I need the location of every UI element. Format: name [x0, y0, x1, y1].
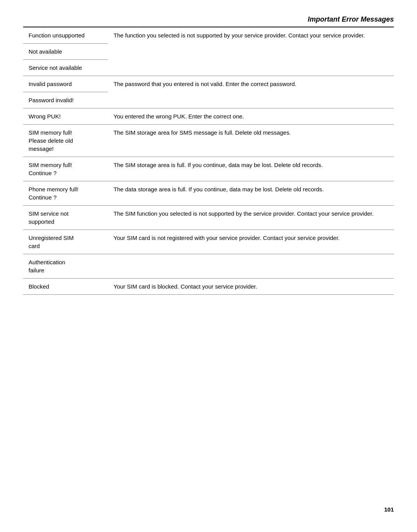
error-description: The SIM storage area is full. If you con… — [108, 157, 394, 181]
error-description: The function you selected is not support… — [108, 27, 394, 76]
table-row: Unregistered SIM cardYour SIM card is no… — [23, 230, 394, 254]
error-description: Your SIM card is blocked. Contact your s… — [108, 279, 394, 295]
error-label: Wrong PUK! — [23, 108, 108, 125]
table-row: Authentication failure — [23, 254, 394, 279]
error-label: Unregistered SIM card — [23, 230, 108, 254]
table-row: Invalid passwordThe password that you en… — [23, 76, 394, 92]
error-description: The SIM function you selected is not sup… — [108, 206, 394, 230]
error-description: You entered the wrong PUK. Enter the cor… — [108, 108, 394, 125]
error-label: SIM memory full! Please delete old messa… — [23, 125, 108, 157]
error-label: Authentication failure — [23, 254, 108, 279]
error-description: The SIM storage area for SMS message is … — [108, 125, 394, 157]
page-header: Important Error Messages — [23, 15, 394, 24]
error-label: Invalid password — [23, 76, 108, 92]
page-container: Important Error Messages Function unsupp… — [0, 0, 417, 532]
error-description: The data storage area is full. If you co… — [108, 181, 394, 206]
table-row: Wrong PUK!You entered the wrong PUK. Ent… — [23, 108, 394, 125]
error-description — [108, 254, 394, 279]
error-label: SIM memory full! Continue ? — [23, 157, 108, 181]
table-row: BlockedYour SIM card is blocked. Contact… — [23, 279, 394, 295]
error-label: SIM service not supported — [23, 206, 108, 230]
error-label: Blocked — [23, 279, 108, 295]
error-description: The password that you entered is not val… — [108, 76, 394, 108]
error-label: Service not available — [23, 60, 108, 76]
page-number: 101 — [384, 506, 394, 513]
error-label: Function unsupported — [23, 27, 108, 44]
table-row: SIM memory full! Continue ?The SIM stora… — [23, 157, 394, 181]
error-label: Not available — [23, 44, 108, 60]
error-description: Your SIM card is not registered with you… — [108, 230, 394, 254]
table-row: SIM service not supportedThe SIM functio… — [23, 206, 394, 230]
page-title: Important Error Messages — [308, 15, 394, 23]
table-row: Phone memory full! Continue ?The data st… — [23, 181, 394, 206]
table-row: SIM memory full! Please delete old messa… — [23, 125, 394, 157]
error-label: Phone memory full! Continue ? — [23, 181, 108, 206]
error-label: Password invalid! — [23, 92, 108, 108]
error-table: Function unsupportedThe function you sel… — [23, 27, 394, 295]
table-row: Function unsupportedThe function you sel… — [23, 27, 394, 44]
